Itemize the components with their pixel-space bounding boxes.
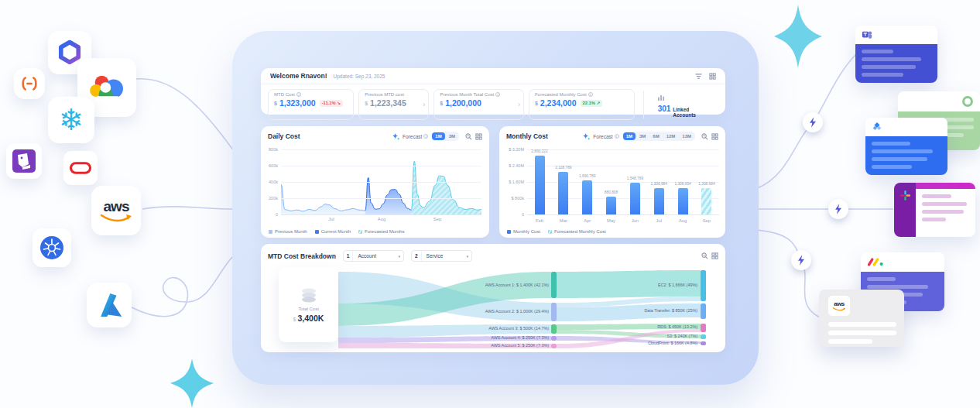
range-pill-3m[interactable]: 3M — [446, 132, 458, 140]
month-label: May — [607, 218, 615, 223]
text-line-placeholder — [828, 339, 872, 344]
expand-grid-icon[interactable] — [711, 252, 718, 259]
info-icon[interactable]: i — [423, 134, 428, 139]
info-icon[interactable]: i — [615, 134, 619, 139]
text-line-placeholder — [862, 73, 903, 77]
dashboard-grid-icon[interactable] — [709, 73, 716, 80]
total-cost-value: 3,400K — [298, 314, 324, 323]
delta-badge-up: 22.1% ↗ — [581, 100, 603, 107]
breakdown-level2-dropdown[interactable]: 2 Service ▾ — [411, 250, 472, 262]
kpi-previous-mtd-cost[interactable]: Previous MTD cost $1,223,345 › — [358, 89, 429, 120]
month-label: Apr — [584, 218, 591, 223]
chevron-right-icon[interactable]: › — [423, 101, 425, 108]
daily-cost-title: Daily Cost — [268, 132, 300, 140]
zoom-out-icon[interactable] — [701, 252, 708, 259]
legend-previous-month[interactable]: Previous Month — [269, 229, 307, 234]
text-line-placeholder — [922, 218, 946, 221]
integration-tile-datadog — [6, 143, 42, 179]
range-pill-13m[interactable]: 13M — [679, 132, 694, 140]
text-line-placeholder — [862, 50, 893, 53]
dropdown-order: 1 — [344, 251, 354, 261]
mtd-cost-breakdown-card: MTD Cost Breakdown 1 Account ▾ 2 Service… — [261, 244, 725, 352]
zoom-out-icon[interactable] — [465, 133, 472, 140]
bar-apr[interactable]: 1,690,789Apr — [578, 149, 597, 214]
legend-forecasted-months[interactable]: Forecasted Months — [358, 229, 404, 234]
jira-icon — [872, 122, 882, 132]
y-axis-tick: 600k — [262, 163, 278, 168]
info-icon[interactable]: i — [296, 92, 301, 97]
legend-current-month[interactable]: Current Month — [315, 229, 351, 234]
kpi-mtd-cost: MTD Costi $1,323,000 -11.1% ↘ — [268, 89, 354, 120]
chevron-down-icon: ▾ — [467, 254, 472, 259]
automation-bolt-badge — [803, 112, 823, 132]
lightning-bolt-icon — [833, 203, 844, 215]
range-pill-12m[interactable]: 12M — [663, 132, 679, 140]
text-line-placeholder — [862, 65, 916, 69]
forecast-label: Forecast — [593, 134, 612, 139]
kpi-value: 1,200,000 — [445, 98, 481, 108]
lightning-bolt-icon — [796, 254, 807, 266]
ring-icon — [961, 95, 974, 108]
kpi-label: Previous MTD cost — [365, 92, 404, 97]
range-pill-3m[interactable]: 3M — [636, 132, 649, 140]
kpi-linked-accounts: 301 Linked Accounts — [653, 89, 718, 120]
bar-jun[interactable]: 1,548,789Jun — [625, 149, 644, 214]
coins-icon — [299, 287, 319, 304]
sankey-service-label: S3: $ 240K (7%) — [546, 334, 697, 338]
bar-jul[interactable]: 1,308,684Jul — [649, 149, 668, 214]
text-line-placeholder — [867, 285, 928, 289]
bar-may[interactable]: 880,808May — [602, 149, 621, 214]
slack-icon — [899, 190, 911, 201]
legend-monthly-cost[interactable]: Monthly Cost — [507, 229, 540, 234]
bar-aug[interactable]: 1,308,654Aug — [673, 149, 692, 214]
month-label: Aug — [679, 218, 687, 223]
dropdown-value: Account — [353, 253, 398, 259]
month-label: Sep — [703, 218, 711, 223]
sankey-service-label: Data Transfer: $ 850K (25%) — [546, 308, 697, 313]
daily-cost-card: Daily Cost Forecast i 1M 3M — [261, 126, 489, 238]
breakdown-title: MTD Cost Breakdown — [268, 252, 336, 260]
bar-value-label: 1,308,654 — [674, 182, 690, 186]
kpi-divider — [643, 91, 644, 118]
automation-bolt-badge — [791, 250, 811, 270]
y-axis-tick: $ 3.20M — [501, 147, 524, 152]
last-updated-text: Updated: Sep 23, 2025 — [334, 74, 385, 79]
sankey-service-label: EC2: $ 1,666K (49%) — [546, 283, 697, 287]
expand-grid-icon[interactable] — [475, 133, 482, 140]
aws-logo-text: aws — [834, 301, 845, 307]
sankey-service-label: RDS: $ 450K (13.2%) — [546, 324, 697, 329]
code-brackets-icon — [20, 76, 39, 91]
info-icon[interactable]: i — [495, 92, 500, 97]
range-pill-1m[interactable]: 1M — [623, 132, 636, 140]
linked-accounts-count: 301 — [658, 105, 671, 113]
info-icon[interactable]: i — [588, 92, 593, 97]
currency-symbol: $ — [535, 101, 538, 106]
chevron-right-icon[interactable]: › — [518, 101, 520, 108]
kpi-previous-month-total-cost[interactable]: Previous Month Total Costi $1,200,000 › — [433, 89, 524, 120]
dropdown-order: 2 — [412, 251, 422, 261]
bar — [630, 183, 640, 214]
text-line-placeholder — [828, 322, 896, 327]
bar-mar[interactable]: 2,108,789Mar — [554, 149, 573, 214]
legend-forecasted-monthly-cost[interactable]: Forecasted Monthly Cost — [548, 229, 606, 234]
y-axis-tick: $ 1.60M — [501, 180, 524, 184]
range-pill-6m[interactable]: 6M — [649, 132, 662, 140]
month-label: Jun — [632, 218, 639, 223]
text-line-placeholder — [867, 277, 896, 281]
zoom-out-icon[interactable] — [701, 133, 708, 140]
bar-sep-forecast[interactable]: 1,308,684Sep — [697, 149, 716, 214]
breakdown-level1-dropdown[interactable]: 1 Account ▾ — [343, 250, 404, 262]
kpi-forecasted-monthly-cost: Forecasted Monthly Costi $2,234,000 22.1… — [529, 89, 635, 120]
expand-grid-icon[interactable] — [711, 133, 718, 140]
bar-feb[interactable]: 2,890,222Feb — [530, 149, 549, 214]
aws-smile-icon — [832, 307, 846, 311]
aws-logo-tile: aws — [828, 296, 850, 316]
bar — [535, 156, 545, 214]
y-axis-tick: 0 — [262, 212, 278, 217]
range-pill-1m[interactable]: 1M — [432, 132, 444, 140]
google-cloud-icon — [87, 71, 127, 104]
legend-chip — [507, 230, 511, 234]
text-line-placeholder — [828, 331, 896, 335]
filter-icon[interactable] — [695, 73, 702, 80]
text-line-placeholder — [922, 210, 964, 214]
